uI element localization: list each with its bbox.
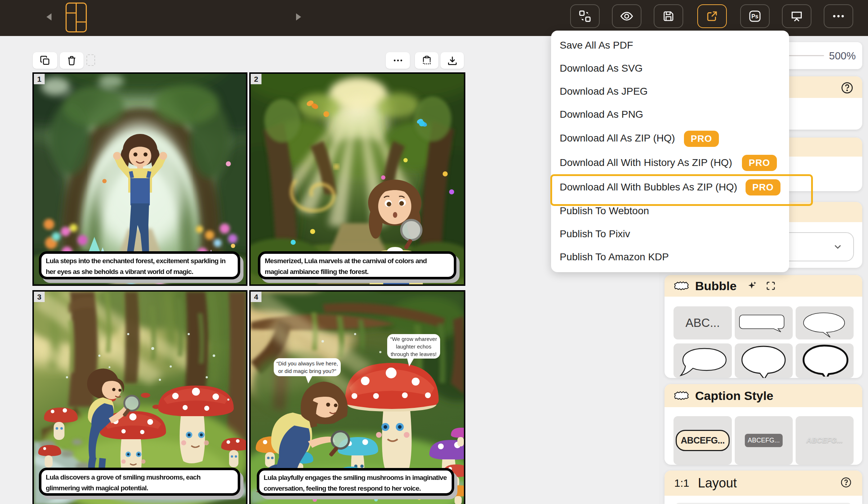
svg-text:Ps: Ps (751, 13, 759, 19)
